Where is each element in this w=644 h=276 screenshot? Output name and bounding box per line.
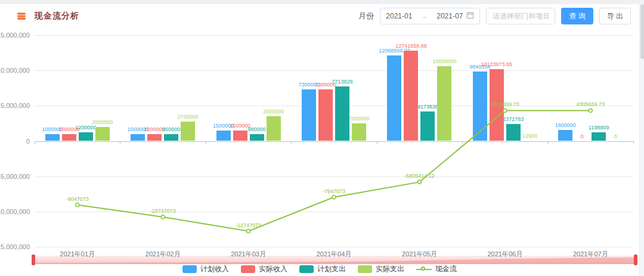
bar-value-label: 1600000 <box>555 122 576 128</box>
bar-实际收入[interactable] <box>404 51 418 141</box>
bar-实际收入[interactable] <box>233 131 247 141</box>
x-axis-tick <box>206 141 206 144</box>
page-title: 现金流分析 <box>35 11 79 21</box>
line-point[interactable] <box>332 196 336 199</box>
bar-计划收入[interactable] <box>131 134 145 141</box>
x-axis-tick <box>35 141 35 144</box>
bar-实际支出[interactable] <box>95 127 110 141</box>
bar-计划收入[interactable] <box>45 134 60 141</box>
calendar-icon <box>466 11 474 21</box>
bar-实际收入[interactable] <box>147 134 162 141</box>
line-value-label: -5805414.12 <box>404 173 435 179</box>
line-point[interactable] <box>76 203 79 207</box>
coins-icon <box>17 11 26 21</box>
bar-实际支出[interactable] <box>352 123 366 141</box>
bar-value-label: 1198809 <box>589 125 609 131</box>
bar-计划支出[interactable] <box>420 111 435 141</box>
x-axis-category-label: 2021年07月 <box>573 250 608 259</box>
bar-计划收入[interactable] <box>302 89 316 141</box>
y-axis-tick-label: 10,000,000 <box>0 67 30 74</box>
x-axis-tick <box>462 141 463 144</box>
gridline <box>35 247 633 247</box>
bar-value-label: 1200000 <box>75 125 96 131</box>
bar-计划收入[interactable] <box>558 130 572 141</box>
page-header: 现金流分析 月份 2021-01 → 2021-07 查 询 导 出 <box>0 4 639 28</box>
bar-计划支出[interactable] <box>164 134 178 141</box>
bar-value-label: 10123973.85 <box>481 61 513 67</box>
x-axis-category-label: 2021年03月 <box>231 250 266 259</box>
bar-实际支出[interactable] <box>181 122 195 141</box>
bar-计划支出[interactable] <box>592 132 606 141</box>
bar-value-label: 12741658.88 <box>395 43 427 49</box>
bar-实际支出[interactable] <box>437 66 451 141</box>
bar-value-label: 2700000 <box>178 114 199 120</box>
bar-实际收入[interactable] <box>62 134 76 141</box>
y-axis-tick-label: -10,000,000 <box>0 208 30 215</box>
y-axis-tick-label: -15,000,000 <box>0 243 30 250</box>
line-value-label: 4305659.73 <box>491 101 519 107</box>
date-range-picker[interactable]: 2021-01 → 2021-07 <box>380 8 480 24</box>
bar-计划收入[interactable] <box>216 131 231 141</box>
bar-计划支出[interactable] <box>506 124 521 141</box>
department-project-input[interactable] <box>486 8 555 24</box>
bar-计划支出[interactable] <box>79 132 93 141</box>
bar-实际收入[interactable] <box>318 89 333 141</box>
bar-计划收入[interactable] <box>387 55 401 141</box>
bar-value-label: 2000000 <box>92 119 113 125</box>
bar-计划支出[interactable] <box>335 86 349 141</box>
bar-计划支出[interactable] <box>250 134 264 141</box>
y-axis-tick-label: 5,000,000 <box>0 102 30 109</box>
y-axis-tick-label: 0 <box>0 138 30 145</box>
cash-flow-chart: 15,000,00010,000,0005,000,0000-5,000,000… <box>0 0 644 276</box>
line-value-label: 4305659.73 <box>577 101 605 107</box>
x-axis-tick <box>548 141 549 144</box>
bar-实际支出[interactable] <box>267 116 281 141</box>
x-axis-category-label: 2021年05月 <box>402 250 437 259</box>
x-axis-category-label: 2021年04月 <box>317 250 352 259</box>
line-point[interactable] <box>589 108 592 112</box>
x-axis-category-label: 2021年06月 <box>487 250 522 259</box>
x-axis-tick <box>120 141 120 144</box>
bar-value-label: 10600000 <box>432 58 456 64</box>
bar-value-label: 2500000 <box>348 116 369 122</box>
bar-value-label: 3500000 <box>263 108 284 114</box>
bar-计划收入[interactable] <box>473 72 487 141</box>
line-point[interactable] <box>417 180 421 184</box>
gridline <box>35 106 633 106</box>
gridline <box>35 212 633 212</box>
cash-flow-analysis-page: 现金流分析 月份 2021-01 → 2021-07 查 询 导 出 <box>0 0 644 276</box>
scrollbar-thumb[interactable] <box>640 4 644 59</box>
datazoom-left-handle[interactable] <box>32 255 35 265</box>
line-value-label: -10747073 <box>150 208 176 214</box>
vertical-scrollbar[interactable] <box>639 0 644 276</box>
date-end[interactable]: 2021-07 <box>436 12 463 20</box>
x-axis-category-label: 2021年02月 <box>145 250 181 259</box>
bar-value-label: 7713828 <box>332 79 352 85</box>
x-axis-tick <box>291 141 292 144</box>
bar-value-label: 2372783 <box>503 116 524 122</box>
x-axis-category-label: 2021年01月 <box>60 250 95 259</box>
y-axis-tick-label: -5,000,000 <box>0 173 30 180</box>
date-range-arrow: → <box>416 12 433 20</box>
datazoom-right-handle[interactable] <box>634 255 637 265</box>
gridline <box>35 35 633 36</box>
bar-value-label: 0 <box>614 134 617 139</box>
line-value-label: -9047073 <box>66 196 89 202</box>
bar-value-label: 4173630 <box>417 104 438 110</box>
header-controls: 月份 2021-01 → 2021-07 查 询 导 出 <box>358 8 631 24</box>
gridline <box>35 176 633 177</box>
bar-value-label: 0 <box>581 134 584 139</box>
bar-value-label: 950000 <box>162 126 180 132</box>
date-start[interactable]: 2021-01 <box>386 12 412 20</box>
month-label: 月份 <box>358 11 374 21</box>
export-button[interactable]: 导 出 <box>599 8 631 24</box>
query-button[interactable]: 查 询 <box>561 8 593 24</box>
line-value-label: -7947073 <box>323 188 345 194</box>
line-point[interactable] <box>161 215 165 219</box>
y-axis-tick-label: 15,000,000 <box>0 32 30 39</box>
gridline <box>35 70 633 71</box>
bar-value-label: 12900 <box>522 133 537 139</box>
bar-value-label: 980000 <box>248 126 266 132</box>
x-axis-tick <box>377 141 377 144</box>
line-point[interactable] <box>247 230 250 233</box>
